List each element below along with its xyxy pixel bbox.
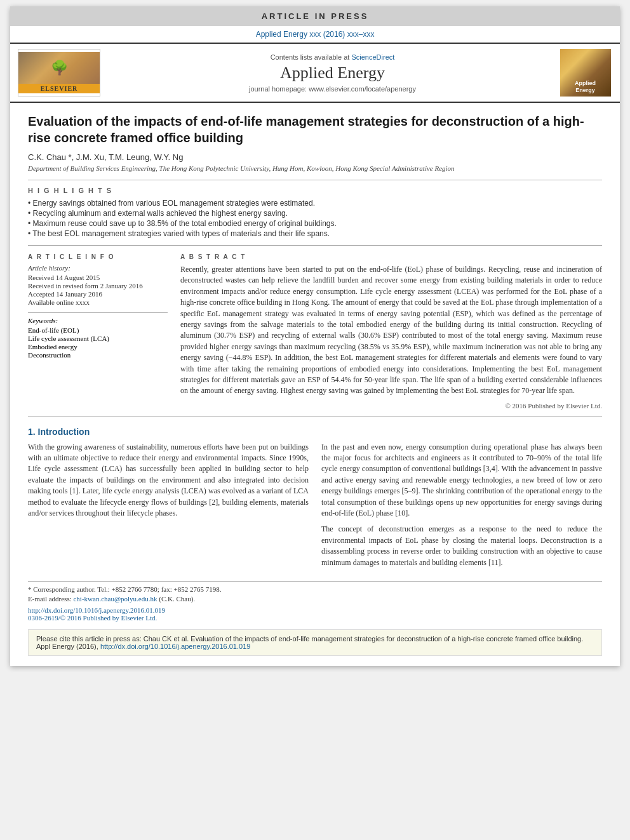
authors-text: C.K. Chau *, J.M. Xu, T.M. Leung, W.Y. N… xyxy=(28,152,183,162)
divider-1 xyxy=(28,180,602,180)
intro-para-right-2: The concept of deconstruction emerges as… xyxy=(321,524,602,568)
keywords-label: Keywords: xyxy=(28,317,168,324)
footnote-email: E-mail address: chi-kwan.chau@polyu.edu.… xyxy=(28,595,602,603)
article-title: Evaluation of the impacts of end-of-life… xyxy=(28,113,602,146)
highlight-item: Recycling aluminum and external walls ac… xyxy=(28,208,602,218)
footnote-corresponding-text: * Corresponding author. Tel.: +852 2766 … xyxy=(28,585,221,593)
affiliation: Department of Building Services Engineer… xyxy=(28,164,602,172)
highlights-list: Energy savings obtained from various EOL… xyxy=(28,198,602,239)
keywords-block: Keywords: End-of-life (EOL) Life cycle a… xyxy=(28,312,168,359)
article-info-col: A R T I C L E I N F O Article history: R… xyxy=(28,253,168,410)
page: ARTICLE IN PRESS Applied Energy xxx (201… xyxy=(10,6,620,666)
date-revised: Received in revised form 2 January 2016 xyxy=(28,282,168,290)
journal-ref-text: Applied Energy xxx (2016) xxx–xxx xyxy=(256,30,375,39)
article-info-abstract: A R T I C L E I N F O Article history: R… xyxy=(28,253,602,410)
keyword-4: Deconstruction xyxy=(28,351,168,359)
highlight-item: Maximum reuse could save up to 38.5% of … xyxy=(28,218,602,229)
authors: C.K. Chau *, J.M. Xu, T.M. Leung, W.Y. N… xyxy=(28,152,602,162)
email-name: (C.K. Chau). xyxy=(159,595,195,603)
abstract-col: A B S T R A C T Recently, greater attent… xyxy=(180,253,602,410)
doi-links: http://dx.doi.org/10.1016/j.apenergy.201… xyxy=(28,606,602,622)
divider-2 xyxy=(28,245,602,246)
intro-title: 1. Introduction xyxy=(28,427,602,437)
homepage-label: journal homepage: xyxy=(249,85,307,93)
article-info-block: Article history: Received 14 August 2015… xyxy=(28,264,168,306)
intro-col-right: In the past and even now, energy consump… xyxy=(321,442,602,573)
keyword-3: Embodied energy xyxy=(28,343,168,350)
history-label: Article history: xyxy=(28,264,168,272)
email-link[interactable]: chi-kwan.chau@polyu.edu.hk xyxy=(73,595,157,603)
sciencedirect-link[interactable]: ScienceDirect xyxy=(351,53,394,61)
date-online: Available online xxxx xyxy=(28,298,168,306)
main-content: Evaluation of the impacts of end-of-life… xyxy=(10,103,620,666)
abstract-para: Recently, greater attentions have been s… xyxy=(180,264,602,397)
abstract-text: Recently, greater attentions have been s… xyxy=(180,264,602,397)
applied-energy-logo-text: AppliedEnergy xyxy=(575,80,596,94)
citation-doi-link[interactable]: http://dx.doi.org/10.1016/j.apenergy.201… xyxy=(100,643,250,650)
highlights-section: H I G H L I G H T S Energy savings obtai… xyxy=(28,187,602,239)
homepage-url[interactable]: www.elsevier.com/locate/apenergy xyxy=(309,85,416,93)
copyright: © 2016 Published by Elsevier Ltd. xyxy=(180,402,602,410)
article-in-press-banner: ARTICLE IN PRESS xyxy=(10,6,620,26)
keyword-2: Life cycle assessment (LCA) xyxy=(28,335,168,342)
intro-two-col: With the growing awareness of sustainabi… xyxy=(28,442,602,573)
footnotes: * Corresponding author. Tel.: +852 2766 … xyxy=(28,581,602,603)
elsevier-text: ELSEVIER xyxy=(18,84,100,93)
highlight-item: The best EOL management strategies varie… xyxy=(28,229,602,239)
applied-energy-logo-block: AppliedEnergy xyxy=(558,49,612,97)
journal-homepage: journal homepage: www.elsevier.com/locat… xyxy=(107,85,558,93)
elsevier-logo-image: 🌳 xyxy=(18,52,100,84)
intro-para-1: With the growing awareness of sustainabi… xyxy=(28,442,309,519)
issn-line: 0306-2619/© 2016 Published by Elsevier L… xyxy=(28,614,602,622)
citation-note: Please cite this article in press as: Ch… xyxy=(28,629,602,656)
highlight-item: Energy savings obtained from various EOL… xyxy=(28,198,602,208)
journal-ref: Applied Energy xxx (2016) xxx–xxx xyxy=(10,26,620,43)
contents-line: Contents lists available at ScienceDirec… xyxy=(107,53,558,61)
article-info-label: A R T I C L E I N F O xyxy=(28,253,168,260)
divider-3 xyxy=(28,416,602,417)
contents-text: Contents lists available at xyxy=(271,53,350,61)
intro-para-right-1: In the past and even now, energy consump… xyxy=(321,442,602,519)
email-label: E-mail address: xyxy=(28,595,72,603)
banner-text: ARTICLE IN PRESS xyxy=(262,11,369,21)
introduction-section: 1. Introduction With the growing awarene… xyxy=(28,427,602,573)
date-received: Received 14 August 2015 xyxy=(28,274,168,281)
journal-title: Applied Energy xyxy=(107,63,558,83)
elsevier-logo: 🌳 ELSEVIER xyxy=(18,49,100,97)
journal-header: 🌳 ELSEVIER Contents lists available at S… xyxy=(10,43,620,103)
date-accepted: Accepted 14 January 2016 xyxy=(28,290,168,298)
footnote-corresponding: * Corresponding author. Tel.: +852 2766 … xyxy=(28,585,602,593)
applied-energy-logo: AppliedEnergy xyxy=(560,49,611,97)
elsevier-tree-icon: 🌳 xyxy=(51,60,68,76)
elsevier-logo-block: 🌳 ELSEVIER xyxy=(18,49,107,97)
keyword-1: End-of-life (EOL) xyxy=(28,326,168,334)
doi-link-1[interactable]: http://dx.doi.org/10.1016/j.apenergy.201… xyxy=(28,606,602,614)
abstract-label: A B S T R A C T xyxy=(180,253,602,260)
highlights-header: H I G H L I G H T S xyxy=(28,187,602,194)
doi-href[interactable]: http://dx.doi.org/10.1016/j.apenergy.201… xyxy=(28,606,165,614)
intro-col-left: With the growing awareness of sustainabi… xyxy=(28,442,309,573)
journal-header-center: Contents lists available at ScienceDirec… xyxy=(107,53,558,93)
